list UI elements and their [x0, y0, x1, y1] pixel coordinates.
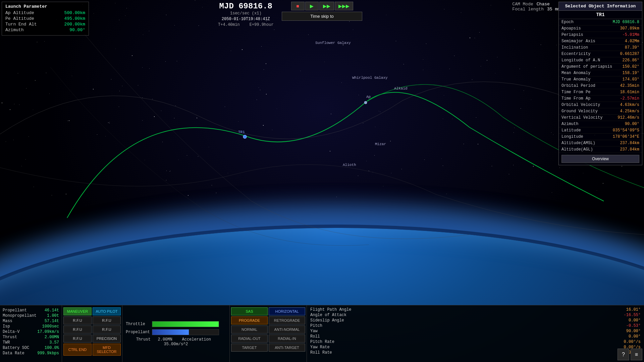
altitude-agl-row: Altitude(AGL) 237.84km [559, 146, 642, 153]
time-from-ap-row: Time From Ap -2.57min [559, 96, 642, 102]
rfu-2b-button[interactable]: R.F.U [93, 325, 121, 334]
azimuth-value: 90.00° [69, 27, 85, 33]
orbital-period-value: 42.35min [620, 83, 639, 88]
date-display: 2050-01-10T19:48:41Z [218, 16, 274, 22]
longitude-an-value: 226.86° [623, 58, 639, 63]
twr-row: TWR 3.57 [3, 340, 59, 345]
propellant-bar [152, 329, 219, 335]
auto-pilot-button[interactable]: AUTO PILOT [93, 307, 121, 315]
angle-of-attack-row: Angle of Attack -16.55° [310, 313, 641, 317]
altitude-amsl-row: Altitude(AMSL) 237.84km [559, 140, 642, 146]
rfu-3a-button[interactable]: R.F.U [63, 335, 92, 343]
time-info-block: MJD 69816.8 1sec/sec (x1) 2050-01-10T19:… [218, 2, 274, 27]
angle-of-attack-value: -16.55° [624, 313, 641, 317]
target-button[interactable]: TARGET [231, 344, 268, 352]
longitude-value: 178°06'34"E [613, 134, 639, 139]
thrust-value: 2.00MN [45, 335, 59, 340]
epoch-row: Epoch MJD 69816.8 [559, 19, 642, 25]
rfu-1a-button[interactable]: R.F.U [63, 316, 92, 324]
fast-forward-button[interactable]: ▶▶ [319, 2, 334, 10]
eccentricity-row: Eccentricity 0.661287 [559, 51, 642, 57]
sideslip-value: 0.00° [629, 318, 641, 323]
precision-button[interactable]: PRECISION [93, 335, 121, 343]
horizontal-button[interactable]: HORIZONTAL [269, 307, 305, 315]
maneuver-button[interactable]: MANEUVER [63, 307, 92, 315]
normal-button[interactable]: NORMAL [231, 325, 268, 334]
retrograde-button[interactable]: RETROGRADE [269, 316, 305, 324]
acceleration-label: Acceleration [182, 337, 211, 342]
radial-out-button[interactable]: RADIAL-OUT [231, 335, 268, 343]
apoapsis-row: Apoapsis 307.89km [559, 25, 642, 32]
anti-normal-button[interactable]: ANTI-NORMAL [269, 325, 305, 334]
ap-altitude-value: 500.00km [64, 10, 85, 15]
delta-v-row: Delta-V 17.09km/s [3, 329, 59, 334]
radial-in-button[interactable]: RADIAL-IN [269, 335, 305, 343]
semimajor-value: 4.02Mm [625, 39, 639, 44]
maneuver-panel: MANEUVER AUTO PILOT R.F.U R.F.U R.F.U R.… [62, 305, 122, 362]
true-anomaly-row: True Anomaly 174.03° [559, 76, 642, 83]
rfu-2a-button[interactable]: R.F.U [63, 325, 92, 334]
selected-object-name: TR1 [559, 11, 642, 19]
longitude-row: Longitude 178°06'34"E [559, 134, 642, 140]
time-from-ap-value: -2.57min [620, 96, 639, 101]
ap-altitude-row: Ap Altitude 500.00km [5, 10, 85, 15]
cam-mode-value: Chase [537, 2, 550, 7]
orbital-period-row: Orbital Period 42.35min [559, 83, 642, 89]
play-button[interactable]: ▶ [305, 2, 319, 10]
propellant-row: Propellant 46.14t [3, 308, 59, 313]
roll-value: 0.00° [629, 334, 641, 339]
faster-forward-button[interactable]: ▶▶▶ [335, 2, 353, 10]
acceleration-value: 35.00m/s^2 [164, 342, 188, 347]
throttle-row: Throttle [126, 321, 226, 327]
stats-panel: Propellant 46.14t Monopropellant 1.00t M… [0, 305, 62, 362]
stop-button[interactable]: ■ [291, 2, 305, 10]
propellant-bar-label: Propellant [126, 330, 149, 335]
ground-velocity-value: 4.25km/s [620, 109, 639, 114]
thrust-mn-value: 2.00MN [158, 337, 172, 342]
azimuth-obj-row: Azimuth 90.00° [559, 121, 642, 127]
focal-length-label: Focal length [512, 7, 544, 12]
arg-periapsis-value: 150.02° [623, 64, 639, 69]
vertical-velocity-row: Vertical Velocity 912.46m/s [559, 115, 642, 121]
data-rate-row: Data Rate 999.9kbps [3, 351, 59, 356]
cam-mode-label: CAM Mode [512, 2, 533, 7]
pitch-value: -0.53° [626, 323, 641, 328]
overview-button[interactable]: Overview [561, 155, 639, 163]
time-skip-button[interactable]: Time skip to [282, 12, 362, 21]
expand-button[interactable]: ≡ [631, 349, 642, 360]
pe-altitude-label: Pe Altitude [5, 16, 34, 21]
monoprop-value: 1.00t [47, 313, 59, 318]
anti-target-button[interactable]: ANTI-TARGET [269, 344, 305, 352]
throttle-fill [152, 321, 219, 327]
rfu-1b-button[interactable]: R.F.U [93, 316, 121, 324]
launch-panel-title: Launch Parameter [5, 4, 85, 9]
time-from-pe-row: Time From Pe 18.61min [559, 89, 642, 96]
flight-data-panel: Flight Path Angle 16.01° Angle of Attack… [307, 305, 644, 362]
turn-end-value: 200.00km [64, 22, 85, 27]
mfd-selector-button[interactable]: MFD SELECTOR [93, 344, 121, 356]
propellant-value: 46.14t [45, 308, 59, 313]
isp-value: 1000sec [42, 324, 59, 329]
help-button[interactable]: ? [618, 349, 629, 360]
top-controls: ■ ▶ ▶▶ ▶▶▶ Time skip to [282, 2, 362, 21]
roll-rate-row: Roll Rate 0.00°/s [310, 350, 641, 355]
yaw-rate-row: Yaw Rate 0.00°/s [310, 345, 641, 350]
mass-value: 57.14t [45, 319, 59, 323]
mjd-display: MJD 69816.8 [218, 2, 274, 11]
ctrl-end-button[interactable]: CTRL END [63, 344, 92, 356]
longitude-an-row: Longitude of A.N 226.86° [559, 57, 642, 64]
battery-soc-row: Battery SOC 100.0% [3, 346, 59, 350]
inclination-row: Inclination 87.39° [559, 45, 642, 51]
isp-row: Isp 1000sec [3, 324, 59, 329]
orbital-velocity-row: Orbital Velocity 4.63km/s [559, 102, 642, 108]
pitch-row: Pitch -0.53° [310, 323, 641, 328]
mass-row: Mass 57.14t [3, 319, 59, 323]
prograde-button[interactable]: PROGRADE [231, 316, 268, 324]
true-anomaly-value: 174.03° [623, 77, 639, 82]
mean-anomaly-value: 158.19° [623, 71, 639, 75]
turn-end-alt-row: Turn End Alt 200.00km [5, 22, 85, 27]
latitude-value: 035°54'09"S [613, 128, 639, 133]
latitude-row: Latitude 035°54'09"S [559, 127, 642, 134]
sas-button[interactable]: SAS [231, 307, 268, 315]
apoapsis-value: 307.89km [620, 26, 639, 31]
